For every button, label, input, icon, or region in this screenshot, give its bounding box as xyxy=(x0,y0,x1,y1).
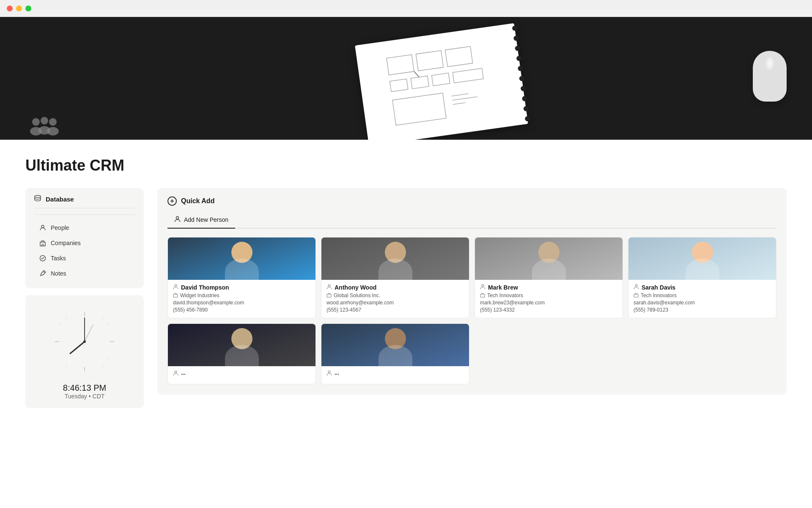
titlebar xyxy=(0,0,812,17)
people-nav-icon xyxy=(39,224,47,232)
david-company-text: Widget Industries xyxy=(180,293,219,298)
sarah-company-text: Tech Innovators xyxy=(641,293,677,298)
companies-nav-icon xyxy=(39,239,47,247)
sarah-phone: (555) 789-0123 xyxy=(634,307,771,313)
svg-line-8 xyxy=(452,97,477,100)
svg-line-34 xyxy=(102,364,104,367)
hero-icon-overlay xyxy=(25,114,59,140)
anthony-face-body xyxy=(379,259,412,280)
svg-line-23 xyxy=(43,271,45,273)
sarah-photo xyxy=(628,237,776,280)
mark-name: Mark Brew xyxy=(480,284,617,291)
clock-date: Tuesday • CDT xyxy=(65,393,105,400)
notebook xyxy=(355,23,528,140)
database-label: Database xyxy=(46,196,74,203)
p6-photo xyxy=(321,324,469,366)
anthony-phone: (555) 123-4567 xyxy=(326,307,464,313)
sarah-name: Sarah Davis xyxy=(634,284,771,291)
anthony-company-text: Global Solutions Inc. xyxy=(334,293,380,298)
svg-point-50 xyxy=(328,371,330,373)
person-card-anthony[interactable]: Anthony Wood Global Solutions Inc. wood.… xyxy=(321,237,469,318)
maximize-button[interactable] xyxy=(25,6,31,11)
sarah-company: Tech Innovators xyxy=(634,293,771,298)
david-email: david.thompson@example.com xyxy=(173,300,310,306)
anthony-name: Anthony Wood xyxy=(326,284,464,291)
quick-add-icon: + xyxy=(167,196,177,206)
left-sidebar: Database People xyxy=(25,188,144,415)
tab-add-new-person[interactable]: Add New Person xyxy=(167,213,235,229)
mark-company-text: Tech Innovators xyxy=(487,293,523,298)
tab-bar: Add New Person xyxy=(167,213,776,229)
mark-company: Tech Innovators xyxy=(480,293,617,298)
svg-line-36 xyxy=(70,342,85,353)
clock-panel: 8:46:13 PM Tuesday • CDT xyxy=(25,295,144,408)
database-icon xyxy=(34,195,41,204)
mouse-decoration xyxy=(753,51,787,102)
anthony-name-text: Anthony Wood xyxy=(335,284,376,291)
sidebar-item-notes[interactable]: Notes xyxy=(34,266,135,281)
p6-name-text: ··· xyxy=(335,371,339,377)
minimize-button[interactable] xyxy=(16,6,22,11)
section-divider xyxy=(34,214,135,215)
people-cards-grid: David Thompson Widget Industries david.t… xyxy=(167,237,776,384)
quick-add-label: Quick Add xyxy=(181,197,214,205)
sarah-name-text: Sarah Davis xyxy=(642,284,675,291)
sidebar-item-tasks[interactable]: Tasks xyxy=(34,251,135,265)
clock-time: 8:46:13 PM xyxy=(63,383,106,393)
anthony-company: Global Solutions Inc. xyxy=(326,293,464,298)
svg-point-14 xyxy=(41,117,48,124)
mark-phone: (555) 123-4332 xyxy=(480,307,617,313)
p6-name: ··· xyxy=(326,370,464,377)
sarah-company-icon xyxy=(634,293,639,298)
people-label: People xyxy=(51,224,69,231)
tab-add-person-label: Add New Person xyxy=(184,216,228,223)
svg-rect-6 xyxy=(453,68,483,83)
svg-rect-1 xyxy=(416,50,443,71)
svg-line-30 xyxy=(66,316,67,319)
svg-rect-2 xyxy=(445,47,473,67)
notes-label: Notes xyxy=(51,270,66,277)
person-card-p5[interactable]: ··· xyxy=(167,323,316,384)
quick-add-header: + Quick Add xyxy=(167,196,776,206)
person-card-david[interactable]: David Thompson Widget Industries david.t… xyxy=(167,237,316,318)
svg-line-35 xyxy=(107,359,110,361)
sarah-card-body: Sarah Davis Tech Innovators sarah.davis@… xyxy=(628,280,776,318)
svg-point-43 xyxy=(328,284,330,287)
svg-line-11 xyxy=(414,71,419,77)
svg-point-47 xyxy=(635,284,637,287)
sarah-name-icon xyxy=(634,284,639,291)
svg-rect-46 xyxy=(480,294,485,297)
p6-name-icon xyxy=(326,370,332,377)
svg-point-40 xyxy=(176,217,179,219)
database-panel: Database People xyxy=(25,188,144,288)
sarah-face-body xyxy=(686,259,719,280)
sidebar-item-people[interactable]: People xyxy=(34,221,135,235)
svg-line-33 xyxy=(59,359,62,361)
close-button[interactable] xyxy=(7,6,13,11)
david-card-body: David Thompson Widget Industries david.t… xyxy=(168,280,315,318)
mark-name-text: Mark Brew xyxy=(488,284,518,291)
p6-card-body: ··· xyxy=(321,366,469,384)
svg-line-29 xyxy=(107,323,110,324)
anthony-company-icon xyxy=(326,293,332,298)
svg-line-32 xyxy=(66,364,67,367)
person-card-p6[interactable]: ··· xyxy=(321,323,469,384)
person-card-mark[interactable]: Mark Brew Tech Innovators mark.brew23@ex… xyxy=(475,237,623,318)
database-section-title: Database xyxy=(34,195,135,208)
sidebar-item-companies[interactable]: Companies xyxy=(34,236,135,250)
person-card-sarah[interactable]: Sarah Davis Tech Innovators sarah.davis@… xyxy=(628,237,776,318)
mark-company-icon xyxy=(480,293,485,298)
svg-rect-44 xyxy=(327,294,331,297)
david-name-icon xyxy=(173,284,178,291)
sarah-email: sarah.davis@example.com xyxy=(634,300,771,306)
svg-rect-0 xyxy=(387,55,414,75)
svg-line-7 xyxy=(452,94,469,96)
mark-photo xyxy=(475,237,623,280)
tasks-nav-icon xyxy=(39,254,47,262)
svg-rect-48 xyxy=(634,294,638,297)
david-face-body xyxy=(225,259,259,280)
david-company: Widget Industries xyxy=(173,293,310,298)
svg-rect-21 xyxy=(42,244,44,246)
p5-name-icon xyxy=(173,370,178,377)
david-name: David Thompson xyxy=(173,284,310,291)
